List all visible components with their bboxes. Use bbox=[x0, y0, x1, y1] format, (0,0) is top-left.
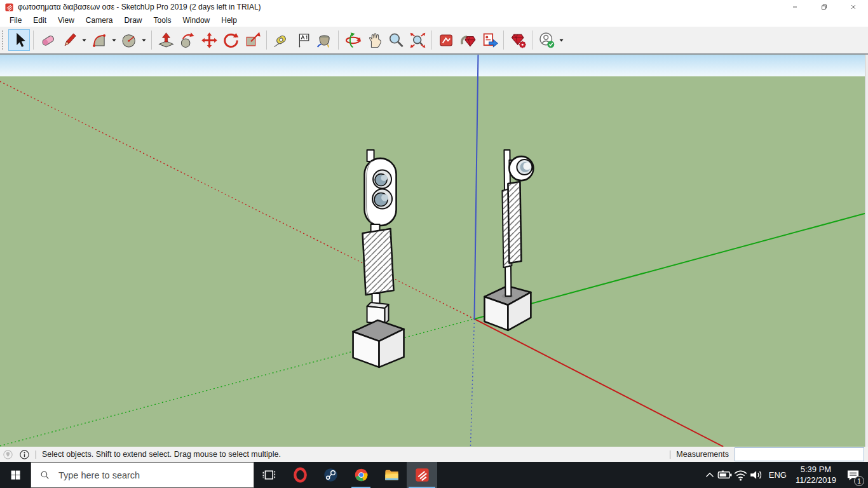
move-button[interactable] bbox=[198, 29, 220, 51]
search-input[interactable] bbox=[57, 470, 254, 481]
menu-file[interactable]: File bbox=[4, 15, 27, 27]
search-icon bbox=[39, 470, 50, 480]
zoom-extents-button[interactable] bbox=[407, 29, 428, 51]
taskbar-task-view[interactable] bbox=[254, 462, 285, 488]
menu-help[interactable]: Help bbox=[215, 15, 243, 27]
chevron-up-icon bbox=[703, 467, 717, 483]
signal-lens-lower bbox=[372, 189, 392, 209]
extension-manager-button[interactable] bbox=[507, 29, 529, 51]
toolbar-separator bbox=[532, 30, 532, 50]
menu-draw[interactable]: Draw bbox=[119, 15, 148, 27]
taskbar-search[interactable] bbox=[31, 462, 254, 488]
chrome-icon bbox=[353, 467, 369, 483]
clock-time: 5:39 PM bbox=[801, 464, 831, 474]
menu-tools[interactable]: Tools bbox=[148, 15, 177, 27]
shapes-icon bbox=[121, 32, 138, 49]
steam-icon bbox=[323, 467, 339, 483]
sky bbox=[0, 55, 865, 77]
wifi-button[interactable] bbox=[733, 462, 749, 488]
chevron-down-icon bbox=[81, 37, 87, 43]
wh3d-icon bbox=[438, 32, 455, 49]
toolbar-separator bbox=[503, 30, 504, 50]
battery-button[interactable] bbox=[717, 462, 733, 488]
share-model-button[interactable] bbox=[478, 29, 500, 51]
tray-chevron-button[interactable] bbox=[703, 462, 717, 488]
menu-edit[interactable]: Edit bbox=[27, 15, 52, 27]
taskbar-chrome[interactable] bbox=[346, 462, 376, 488]
toolbar-drag-handle[interactable] bbox=[2, 30, 6, 50]
taskbar-sketchup[interactable] bbox=[407, 462, 437, 488]
account-button[interactable] bbox=[536, 29, 557, 51]
text-icon bbox=[294, 32, 311, 49]
shapes-button[interactable] bbox=[118, 29, 140, 51]
clock-date: 11/22/2019 bbox=[796, 475, 836, 485]
followme-icon bbox=[179, 32, 196, 49]
restore-button[interactable] bbox=[810, 0, 839, 14]
start-button[interactable] bbox=[0, 462, 31, 488]
tape-icon bbox=[273, 32, 290, 49]
eraser-button[interactable] bbox=[37, 29, 58, 51]
eraser-icon bbox=[39, 32, 57, 49]
close-button[interactable] bbox=[839, 0, 868, 14]
extension-warehouse-button[interactable] bbox=[457, 29, 478, 51]
zoom-icon bbox=[388, 32, 405, 49]
pan-icon bbox=[366, 32, 383, 49]
sketchup-app-icon bbox=[4, 3, 14, 12]
status-separator bbox=[36, 451, 36, 459]
clock[interactable]: 5:39 PM 11/22/2019 bbox=[791, 462, 841, 488]
minimize-icon bbox=[791, 3, 799, 11]
taskbar-steam[interactable] bbox=[315, 462, 346, 488]
pan-button[interactable] bbox=[363, 29, 385, 51]
taskbar-file-explorer[interactable] bbox=[376, 462, 407, 488]
zoom-button[interactable] bbox=[385, 29, 407, 51]
help-info-icon[interactable] bbox=[19, 449, 30, 460]
tape-measure-button[interactable] bbox=[270, 29, 292, 51]
scale-button[interactable] bbox=[241, 29, 263, 51]
taskbar-opera[interactable] bbox=[285, 462, 315, 488]
follow-me-button[interactable] bbox=[177, 29, 198, 51]
zoomext-icon bbox=[409, 32, 426, 49]
account-icon bbox=[538, 32, 555, 49]
toolbar-separator bbox=[338, 30, 339, 50]
toolbar-separator bbox=[33, 30, 34, 50]
pushpull-icon bbox=[158, 32, 175, 49]
3d-warehouse-button[interactable] bbox=[435, 29, 457, 51]
orbit-button[interactable] bbox=[342, 29, 363, 51]
text-button[interactable] bbox=[292, 29, 313, 51]
toolbar-separator bbox=[431, 30, 432, 50]
model-canvas[interactable] bbox=[0, 55, 865, 447]
language-indicator[interactable]: ENG bbox=[764, 462, 791, 488]
menu-window[interactable]: Window bbox=[177, 15, 216, 27]
measurements-input[interactable] bbox=[735, 447, 864, 461]
push-pull-button[interactable] bbox=[155, 29, 177, 51]
geolocation-icon[interactable] bbox=[3, 449, 13, 460]
line-button[interactable] bbox=[58, 29, 80, 51]
paint-icon bbox=[316, 32, 333, 49]
action-center-button[interactable]: 1 bbox=[841, 462, 865, 488]
shapes-dropdown[interactable] bbox=[140, 29, 148, 51]
toolbar bbox=[0, 27, 868, 53]
arcs-dropdown[interactable] bbox=[110, 29, 118, 51]
window-edge bbox=[865, 55, 868, 447]
menu-view[interactable]: View bbox=[52, 15, 80, 27]
arcs-button[interactable] bbox=[88, 29, 110, 51]
rotate-icon bbox=[222, 32, 240, 49]
sketchup-icon bbox=[414, 467, 430, 483]
minimize-button[interactable] bbox=[780, 0, 810, 14]
battery-icon bbox=[717, 467, 733, 483]
volume-button[interactable] bbox=[749, 462, 764, 488]
extwh-icon bbox=[459, 32, 477, 49]
line-dropdown[interactable] bbox=[80, 29, 88, 51]
share-icon bbox=[481, 32, 498, 49]
ground bbox=[0, 76, 865, 447]
rotate-button[interactable] bbox=[220, 29, 241, 51]
select-button[interactable] bbox=[8, 29, 30, 51]
account-dropdown[interactable] bbox=[557, 29, 566, 51]
select-icon bbox=[11, 32, 28, 49]
menu-camera[interactable]: Camera bbox=[80, 15, 119, 27]
paint-bucket-button[interactable] bbox=[313, 29, 335, 51]
scale-icon bbox=[244, 32, 261, 49]
extmgr-icon bbox=[510, 32, 527, 49]
arc-icon bbox=[91, 32, 108, 49]
signal-lens-upper bbox=[373, 170, 391, 189]
